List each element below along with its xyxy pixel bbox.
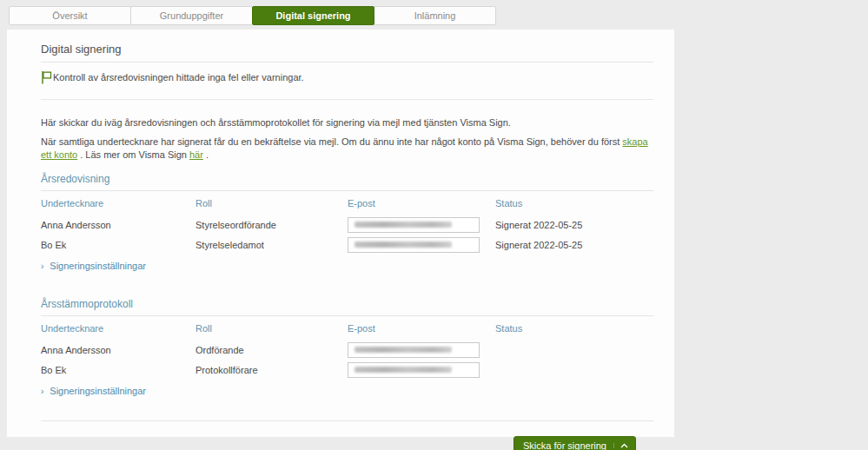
intro-paragraph-2: När samtliga undertecknare har signerat … xyxy=(41,136,653,162)
redacted-email-blur xyxy=(354,347,452,353)
intro2-text-2: . Läs mer om Visma Sign xyxy=(77,149,189,160)
validation-message: Kontroll av årsredovisningen hittade ing… xyxy=(53,72,304,83)
col-header-epost: E-post xyxy=(348,323,495,334)
table-row: Anna Andersson Ordförande xyxy=(41,340,653,360)
signer-status: Signerat 2022-05-25 xyxy=(495,220,653,230)
signing-settings-link-arsredovisning[interactable]: › Signeringsinställningar xyxy=(41,261,146,271)
validation-message-row: Kontroll av årsredovisningen hittade ing… xyxy=(41,70,653,100)
col-header-status: Status xyxy=(495,323,653,334)
signer-role: Styrelseledamot xyxy=(195,240,348,250)
intro2-text-1: När samtliga undertecknare har signerat … xyxy=(41,136,622,147)
redacted-email-blur xyxy=(354,222,452,228)
col-header-undertecknare: Undertecknare xyxy=(41,198,195,208)
redacted-email-blur xyxy=(354,242,452,248)
col-header-roll: Roll xyxy=(195,198,348,208)
bottom-divider xyxy=(41,420,653,421)
signer-name: Bo Ek xyxy=(41,240,195,250)
email-input[interactable] xyxy=(348,217,480,233)
tab-oversikt[interactable]: Översikt xyxy=(9,6,131,25)
flag-icon xyxy=(41,70,52,84)
signer-status: Signerat 2022-05-25 xyxy=(495,240,653,250)
section-title-arsstammoprotokoll: Årsstämmoprotokoll xyxy=(41,298,653,316)
col-header-roll: Roll xyxy=(195,323,348,334)
tab-inlamning[interactable]: Inlämning xyxy=(374,6,496,25)
signing-settings-link-arsstammoprotokoll[interactable]: › Signeringsinställningar xyxy=(41,386,146,396)
signer-name: Anna Andersson xyxy=(41,345,195,355)
signer-role: Protokollförare xyxy=(195,365,348,375)
chevron-right-icon: › xyxy=(41,387,43,396)
tab-grunduppgifter[interactable]: Grunduppgifter xyxy=(130,6,253,25)
send-for-signing-button[interactable]: Skicka för signering xyxy=(514,436,636,450)
intro-paragraph-1: Här skickar du iväg årsredovisningen och… xyxy=(41,116,653,129)
arsstammoprotokoll-table: Undertecknare Roll E-post Status Anna An… xyxy=(41,323,653,380)
read-more-link[interactable]: här xyxy=(189,149,203,160)
section-title-arsredovisning: Årsredovisning xyxy=(41,173,653,191)
signer-name: Bo Ek xyxy=(41,365,195,375)
send-for-signing-label: Skicka för signering xyxy=(523,440,606,450)
signer-name: Anna Andersson xyxy=(41,220,195,230)
table-row: Anna Andersson Styrelseordförande Signer… xyxy=(41,215,653,235)
signing-settings-label: Signeringsinställningar xyxy=(50,261,146,271)
intro2-text-3: . xyxy=(203,149,209,160)
footer-actions: Skicka för signering xyxy=(41,436,653,450)
table-row: Bo Ek Styrelseledamot Signerat 2022-05-2… xyxy=(41,235,653,255)
email-input[interactable] xyxy=(348,362,480,378)
col-header-undertecknare: Undertecknare xyxy=(41,323,195,334)
email-input[interactable] xyxy=(348,237,480,253)
signing-settings-label: Signeringsinställningar xyxy=(50,386,146,396)
arsredovisning-table: Undertecknare Roll E-post Status Anna An… xyxy=(41,198,653,255)
table-header-row: Undertecknare Roll E-post Status xyxy=(41,323,653,340)
redacted-email-blur xyxy=(354,367,452,373)
col-header-epost: E-post xyxy=(348,198,495,208)
page-title: Digital signering xyxy=(41,43,653,63)
chevron-right-icon: › xyxy=(41,261,43,271)
tab-digital-signering[interactable]: Digital signering xyxy=(252,6,374,25)
table-row: Bo Ek Protokollförare xyxy=(41,360,653,380)
tab-bar: Översikt Grunduppgifter Digital signerin… xyxy=(9,6,495,25)
table-header-row: Undertecknare Roll E-post Status xyxy=(41,198,653,215)
email-input[interactable] xyxy=(348,342,480,358)
signer-role: Styrelseordförande xyxy=(195,220,348,230)
chevron-up-icon xyxy=(613,443,628,448)
signer-role: Ordförande xyxy=(195,345,348,355)
content-card: Digital signering Kontroll av årsredovis… xyxy=(7,30,674,437)
col-header-status: Status xyxy=(495,198,653,208)
